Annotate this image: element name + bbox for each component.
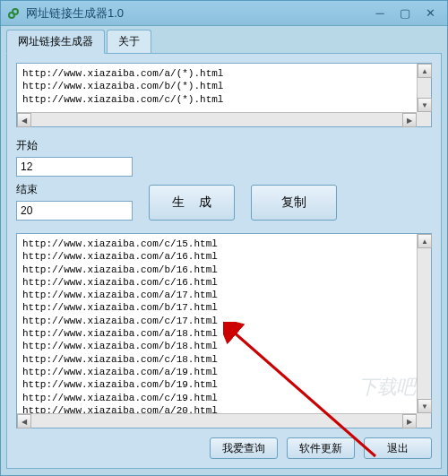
scroll-corner [417, 112, 431, 126]
update-button[interactable]: 软件更新 [287, 437, 355, 459]
end-input[interactable] [16, 201, 133, 221]
tab-about[interactable]: 关于 [107, 30, 151, 54]
window-title: 网址链接生成器1.0 [26, 5, 368, 22]
scroll-up-icon[interactable]: ▲ [418, 234, 432, 248]
generate-button[interactable]: 生 成 [149, 185, 235, 221]
tab-content: ▲ ▼ ◀ ▶ 开始 结束 生 成 复制 [6, 53, 442, 469]
results-wrap: ▲ ▼ ◀ ▶ 下载吧 [16, 233, 432, 428]
minimize-button[interactable]: ─ [368, 5, 392, 22]
scrollbar-vertical[interactable]: ▲ ▼ [417, 64, 431, 112]
scroll-left-icon[interactable]: ◀ [17, 113, 31, 127]
scroll-right-icon[interactable]: ▶ [402, 113, 417, 127]
tab-bar: 网址链接生成器 关于 [1, 26, 447, 54]
results-scrollbar-vertical[interactable]: ▲ ▼ [417, 234, 431, 413]
results-output[interactable] [17, 234, 431, 428]
scroll-down-icon[interactable]: ▼ [418, 399, 432, 413]
start-label: 开始 [16, 138, 133, 153]
template-input-wrap: ▲ ▼ ◀ ▶ [16, 63, 432, 127]
scroll-up-icon[interactable]: ▲ [418, 64, 432, 78]
bottom-button-row: 我爱查询 软件更新 退出 [16, 436, 432, 459]
scrollbar-horizontal[interactable]: ◀ ▶ [17, 112, 417, 126]
end-label: 结束 [16, 182, 133, 197]
app-window: 网址链接生成器1.0 ─ ▢ ✕ 网址链接生成器 关于 ▲ ▼ ◀ ▶ [0, 0, 448, 476]
controls-row: 开始 结束 生 成 复制 [16, 134, 432, 226]
template-input[interactable] [17, 64, 431, 114]
scroll-left-icon[interactable]: ◀ [17, 414, 31, 428]
copy-button[interactable]: 复制 [251, 185, 337, 221]
exit-button[interactable]: 退出 [364, 437, 432, 459]
scroll-right-icon[interactable]: ▶ [402, 414, 417, 428]
scroll-corner [417, 413, 431, 428]
query-button[interactable]: 我爱查询 [210, 437, 278, 459]
results-scrollbar-horizontal[interactable]: ◀ ▶ [17, 413, 417, 428]
start-input[interactable] [16, 157, 133, 177]
svg-point-1 [13, 9, 18, 14]
titlebar[interactable]: 网址链接生成器1.0 ─ ▢ ✕ [1, 1, 447, 26]
scroll-down-icon[interactable]: ▼ [418, 98, 432, 112]
close-button[interactable]: ✕ [418, 5, 442, 22]
tab-generator[interactable]: 网址链接生成器 [6, 30, 105, 54]
maximize-button[interactable]: ▢ [393, 5, 417, 22]
app-icon [6, 6, 21, 21]
